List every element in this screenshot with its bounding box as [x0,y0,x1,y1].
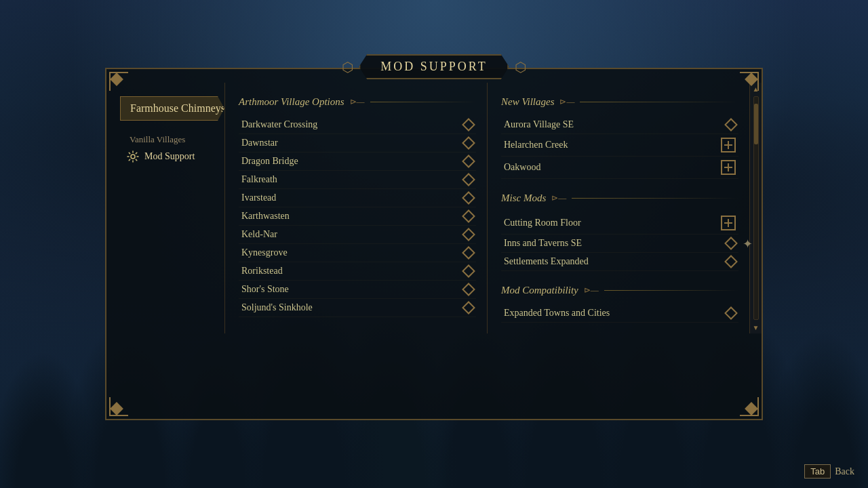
cursor-indicator: ✦ [743,237,753,251]
item-label: Inns and Taverns SE [504,238,582,249]
arthmoor-section-header: Arthmoor Village Options ⊳— [239,96,476,108]
item-label: Dawnstar [241,138,278,148]
panel-content: Farmhouse Chimneys Vanilla Villages Mod … [106,69,762,347]
list-item[interactable]: Dawnstar [239,134,476,152]
item-label: Shor's Stone [241,284,289,295]
diamond-icon [462,173,475,186]
new-villages-section-title: New Villages [501,96,554,108]
mod-compat-section-line [604,290,738,291]
arthmoor-section-line [370,102,476,102]
item-label: Karthwasten [241,211,290,222]
diamond-icon [462,136,475,150]
list-item[interactable]: Oakwood [501,157,738,179]
misc-mods-section-header: Misc Mods ⊳— [501,192,738,204]
list-item[interactable]: Falkreath [239,171,476,189]
right-column: New Villages ⊳— Aurora Village SE Helarc… [488,83,749,333]
scrollbar: ▲ ▼ [749,83,762,333]
item-label: Dragon Bridge [241,156,298,167]
item-label: Expanded Towns and Cities [504,308,610,319]
main-container: ⬡ MOD SUPPORT ⬡ Farmhouse Chimneys Vanil… [0,0,868,488]
cross-icon [721,160,736,175]
diamond-icon [724,237,738,250]
section-gap-2 [501,271,738,282]
panel: ⬡ MOD SUPPORT ⬡ Farmhouse Chimneys Vanil… [105,68,763,420]
item-label: Settlements Expanded [504,256,589,267]
item-label: Keld-Nar [241,229,277,240]
list-item[interactable]: Darkwater Crossing [239,116,476,134]
diamond-icon [462,191,475,205]
new-villages-section-line [580,102,738,102]
list-item[interactable]: Shor's Stone [239,281,476,299]
back-label: Back [835,466,854,477]
cross-icon [721,216,736,230]
misc-mods-section-title: Misc Mods [501,192,546,204]
item-label: Oakwood [504,162,540,173]
title-bar: ⬡ MOD SUPPORT ⬡ [342,54,526,79]
mod-compat-section-header: Mod Compatibility ⊳— [501,285,738,296]
content-area: Arthmoor Village Options ⊳— Darkwater Cr… [225,83,762,333]
misc-mods-ornament: ⊳— [551,193,566,203]
item-label: Ivarstead [241,192,276,203]
item-label: Rorikstead [241,266,283,277]
list-item[interactable]: Rorikstead [239,262,476,281]
item-label: Aurora Village SE [504,119,574,130]
list-item[interactable]: Helarchen Creek [501,134,738,157]
list-item[interactable]: Karthwasten [239,207,476,226]
cross-icon [721,138,736,152]
diamond-icon [462,283,475,296]
diamond-icon [462,246,475,260]
diamond-icon [724,255,738,268]
list-item[interactable]: Aurora Village SE [501,116,738,134]
arthmoor-section-title: Arthmoor Village Options [239,96,344,108]
list-item[interactable]: Inns and Taverns SE [501,235,738,253]
mod-compat-ornament: ⊳— [584,285,599,296]
sidebar-item-mod-support[interactable]: Mod Support [120,148,224,165]
scroll-down-button[interactable]: ▼ [751,323,761,332]
panel-title: MOD SUPPORT [359,54,509,79]
mod-name-label: Farmhouse Chimneys [120,96,224,121]
item-label: Falkreath [241,174,277,185]
mod-support-label: Mod Support [144,151,195,162]
diamond-icon [724,118,738,131]
list-item[interactable]: Dragon Bridge [239,152,476,171]
item-label: Darkwater Crossing [241,119,317,130]
mod-compat-section-title: Mod Compatibility [501,285,578,296]
list-item[interactable]: Settlements Expanded [501,253,738,271]
title-ornament-right: ⬡ [515,59,526,75]
diamond-icon [462,155,475,168]
item-label: Soljund's Sinkhole [241,302,313,313]
list-item[interactable]: Kynesgrove [239,244,476,262]
list-item[interactable]: Cutting Room Floor [501,212,738,235]
diamond-icon [462,118,475,131]
arthmoor-section-ornament: ⊳— [350,97,365,107]
new-villages-ornament: ⊳— [559,97,574,107]
arthmoor-column: Arthmoor Village Options ⊳— Darkwater Cr… [225,83,488,333]
diamond-icon [462,228,475,241]
diamond-icon [462,264,475,278]
svg-point-0 [131,155,135,159]
new-villages-section-header: New Villages ⊳— [501,96,738,108]
vanilla-villages-label: Vanilla Villages [130,134,185,144]
sidebar-item-vanilla-villages[interactable]: Vanilla Villages [120,131,224,148]
scrollbar-track [753,96,759,320]
item-label: Kynesgrove [241,247,288,258]
diamond-icon [724,306,738,320]
item-label: Cutting Room Floor [504,218,581,228]
back-button-area: Tab Back [804,464,854,479]
gear-icon [127,150,139,163]
tab-key-label[interactable]: Tab [804,464,831,479]
section-gap-1 [501,179,738,190]
list-item[interactable]: Ivarstead [239,189,476,207]
sidebar: Farmhouse Chimneys Vanilla Villages Mod … [106,83,225,333]
misc-mods-section-line [572,198,738,199]
diamond-icon [462,301,475,314]
diamond-icon [462,209,475,223]
scrollbar-thumb[interactable] [754,104,758,144]
list-item[interactable]: Soljund's Sinkhole [239,299,476,317]
list-item[interactable]: Keld-Nar [239,226,476,244]
title-ornament-left: ⬡ [342,59,353,75]
item-label: Helarchen Creek [504,140,568,150]
list-item[interactable]: Expanded Towns and Cities [501,304,738,323]
